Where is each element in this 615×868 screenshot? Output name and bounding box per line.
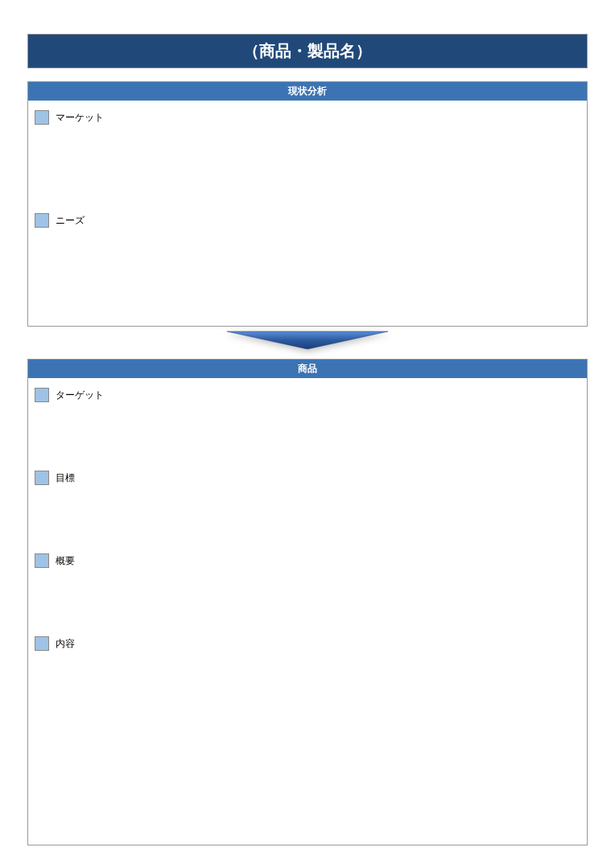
section-header: 商品 [28, 360, 587, 378]
list-item: ターゲット [35, 388, 580, 402]
item-label: 目標 [56, 471, 75, 485]
section-product: 商品 ターゲット 目標 概要 内容 [27, 359, 588, 845]
list-item: 内容 [35, 636, 580, 651]
arrow-down-icon [27, 327, 588, 359]
bullet-icon [35, 636, 49, 651]
bullet-icon [35, 110, 49, 125]
bullet-icon [35, 213, 49, 228]
item-label: ニーズ [56, 214, 85, 228]
item-label: 概要 [56, 554, 75, 568]
svg-marker-0 [227, 331, 388, 349]
list-item: マーケット [35, 110, 580, 125]
bullet-icon [35, 471, 49, 485]
list-item: 概要 [35, 553, 580, 568]
bullet-icon [35, 553, 49, 568]
section-current-analysis: 現状分析 マーケット ニーズ [27, 81, 588, 327]
list-item: 目標 [35, 471, 580, 485]
item-label: マーケット [56, 111, 104, 125]
bullet-icon [35, 388, 49, 402]
section-body: マーケット ニーズ [28, 101, 587, 326]
page-title: （商品・製品名） [27, 34, 588, 68]
section-header: 現状分析 [28, 82, 587, 101]
section-body: ターゲット 目標 概要 内容 [28, 378, 587, 845]
item-label: ターゲット [56, 389, 104, 402]
item-label: 内容 [56, 637, 75, 651]
list-item: ニーズ [35, 213, 580, 228]
